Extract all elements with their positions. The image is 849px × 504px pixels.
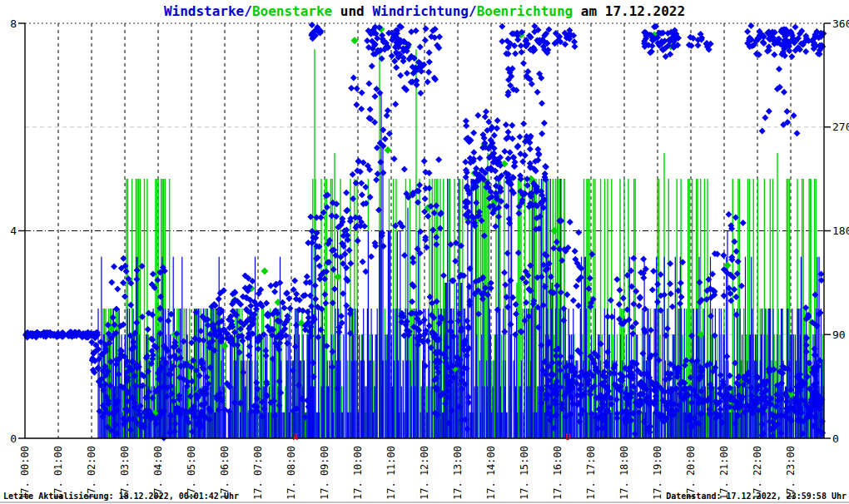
title-und: und [332, 3, 372, 19]
wind-chart-window: 04809018027036017. 00:0017. 01:0017. 02:… [0, 0, 849, 504]
svg-text:17. 15:00: 17. 15:00 [519, 446, 530, 500]
svg-text:A: A [293, 432, 298, 442]
svg-text:17. 14:00: 17. 14:00 [485, 446, 497, 500]
title-boenstarke: Boenstarke [252, 3, 332, 19]
title-boenrichtung: Boenrichtung [477, 3, 573, 19]
svg-text:17. 17:00: 17. 17:00 [585, 446, 597, 500]
svg-text:U: U [565, 432, 570, 442]
svg-text:180: 180 [832, 225, 849, 237]
svg-text:17. 12:00: 17. 12:00 [419, 446, 430, 500]
svg-text:17. 18:00: 17. 18:00 [618, 446, 630, 500]
svg-text:17. 10:00: 17. 10:00 [352, 446, 364, 500]
last-update-text: Letzte Aktualisierung: 18.12.2022, 00:01… [3, 492, 239, 501]
svg-text:17. 09:00: 17. 09:00 [319, 446, 330, 500]
svg-text:0: 0 [832, 432, 839, 445]
wind-chart-plot: 04809018027036017. 00:0017. 01:0017. 02:… [0, 0, 849, 504]
svg-text:0: 0 [10, 432, 17, 445]
title-windstarke: Windstarke/ [164, 3, 252, 19]
svg-text:17. 13:00: 17. 13:00 [452, 446, 464, 500]
title-windrichtung: Windrichtung/ [372, 3, 476, 19]
svg-text:90: 90 [832, 329, 846, 341]
svg-text:17. 16:00: 17. 16:00 [552, 446, 564, 500]
svg-text:17. 11:00: 17. 11:00 [385, 446, 397, 500]
chart-title: Windstarke/Boenstarke und Windrichtung/B… [0, 3, 849, 19]
svg-text:17. 07:00: 17. 07:00 [252, 446, 264, 500]
svg-text:4: 4 [10, 225, 17, 237]
svg-text:17. 19:00: 17. 19:00 [652, 446, 663, 500]
title-date: am 17.12.2022 [573, 3, 685, 19]
svg-text:17. 08:00: 17. 08:00 [285, 446, 297, 500]
svg-text:270: 270 [832, 121, 849, 133]
data-timestamp-text: Datenstand: 17.12.2022, 23:59:58 Uhr [666, 492, 847, 501]
